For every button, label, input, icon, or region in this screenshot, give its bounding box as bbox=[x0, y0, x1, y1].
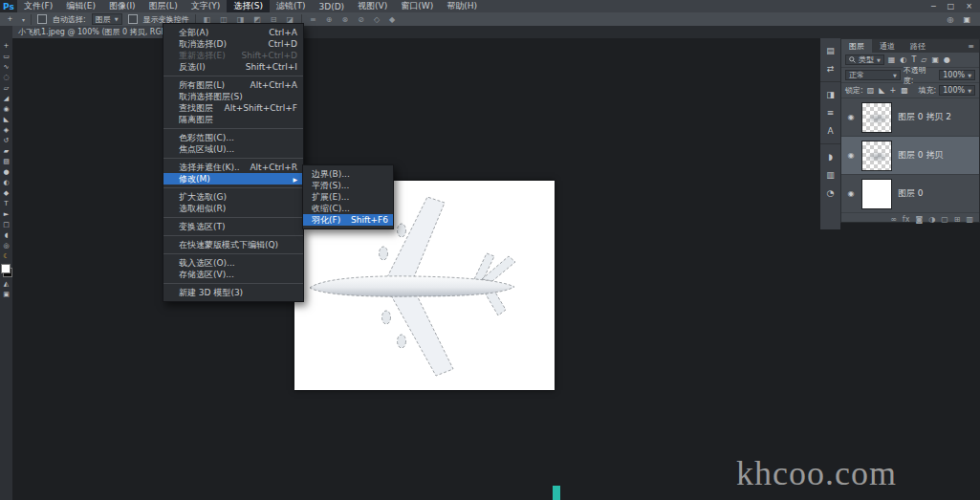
gradient-tool[interactable]: ▨ bbox=[0, 157, 12, 167]
3d-slide-icon[interactable]: ◇ bbox=[372, 15, 381, 24]
dock-icon-styles[interactable]: ≡ bbox=[820, 103, 840, 121]
menu-item[interactable]: 全部(A) Ctrl+A ▶ bbox=[163, 27, 303, 38]
eraser-tool[interactable]: ▰ bbox=[0, 146, 12, 157]
dock-icon-actions[interactable]: ⇄ bbox=[820, 59, 840, 82]
filter-smart-objects-icon[interactable]: ▣ bbox=[930, 55, 940, 64]
workspace-switcher-icon[interactable]: ▣ bbox=[963, 15, 970, 24]
minimize-button[interactable]: ─ bbox=[931, 0, 936, 12]
rectangular-marquee-tool[interactable]: ▭ bbox=[0, 52, 12, 62]
menubar-item[interactable]: 图层(L) bbox=[142, 0, 185, 12]
menubar-item[interactable]: 3D(D) bbox=[312, 0, 351, 12]
pen-tool[interactable]: ◆ bbox=[0, 188, 12, 199]
screen-mode-button[interactable]: ▣ bbox=[0, 290, 12, 300]
filter-shape-layers-icon[interactable]: ▱ bbox=[920, 55, 927, 64]
color-swatches[interactable] bbox=[1, 264, 12, 277]
panel-tab[interactable]: 路径 bbox=[903, 39, 933, 53]
fill-field[interactable]: 100% ▼ bbox=[939, 85, 975, 96]
layer-mask-icon[interactable]: ◙ bbox=[915, 215, 923, 224]
menu-item[interactable]: 所有图层(L) Alt+Ctrl+A ▶ bbox=[163, 76, 303, 91]
menu-item[interactable]: 重新选择(E) Shift+Ctrl+D ▶ bbox=[163, 50, 303, 61]
restore-button[interactable]: □ bbox=[947, 0, 955, 12]
menubar-item[interactable]: 编辑(E) bbox=[59, 0, 102, 12]
filter-type-layers-icon[interactable]: T bbox=[910, 55, 917, 64]
menu-item[interactable]: 存储选区(V)... ▶ bbox=[163, 269, 303, 280]
layer-visibility-eye-icon[interactable]: ◉ bbox=[846, 151, 856, 160]
close-button[interactable]: × bbox=[966, 0, 972, 12]
menu-item[interactable]: 修改(M) ▶ bbox=[163, 173, 303, 185]
menu-item[interactable]: 色彩范围(C)... ▶ bbox=[163, 128, 303, 143]
opacity-field[interactable]: 100% ▼ bbox=[939, 70, 975, 80]
foreground-color-swatch[interactable] bbox=[1, 264, 11, 273]
menu-item[interactable]: 在快速蒙版模式下编辑(Q) ▶ bbox=[163, 235, 303, 250]
menu-item[interactable]: 载入选区(O)... ▶ bbox=[163, 253, 303, 269]
3d-scale-icon[interactable]: ◆ bbox=[387, 15, 397, 24]
panel-menu-icon[interactable]: ≡ bbox=[968, 39, 979, 53]
submenu-item[interactable]: 羽化(F)... Shift+F6 bbox=[303, 214, 393, 226]
clone-stamp-tool[interactable]: ◈ bbox=[0, 125, 12, 136]
3d-drag-icon[interactable]: ⊘ bbox=[356, 15, 366, 24]
layer-thumbnail[interactable] bbox=[861, 141, 892, 171]
layer-effects-icon[interactable]: fx bbox=[903, 215, 910, 224]
layer-row[interactable]: ◉ 图层 0 bbox=[841, 175, 979, 213]
menu-item[interactable]: 选择并遮住(K)... Alt+Ctrl+R ▶ bbox=[163, 158, 303, 173]
dock-icon-adjustments[interactable]: ◨ bbox=[820, 85, 840, 103]
zoom-tool[interactable]: ◎ bbox=[0, 241, 12, 251]
layer-row[interactable]: ◉ 图层 0 拷贝 bbox=[841, 137, 979, 175]
submenu-item[interactable]: 边界(B)... bbox=[303, 168, 393, 180]
lock-all-icon[interactable]: ▩ bbox=[900, 86, 909, 95]
submenu-item[interactable]: 收缩(C)... bbox=[303, 203, 393, 214]
search-icon[interactable]: ◎ bbox=[947, 15, 953, 24]
eyedropper-tool[interactable]: ◢ bbox=[0, 94, 12, 104]
menu-item[interactable]: 新建 3D 模型(3) ▶ bbox=[163, 283, 303, 298]
layer-group-icon[interactable]: ▢ bbox=[941, 215, 948, 224]
lock-position-icon[interactable]: + bbox=[888, 86, 897, 95]
dock-icon-paragraph[interactable]: ◗ bbox=[820, 147, 840, 165]
3d-rotate-icon[interactable]: ⊕ bbox=[324, 15, 335, 24]
menu-item[interactable]: 扩大选取(G) ▶ bbox=[163, 187, 303, 203]
show-transform-controls-checkbox[interactable] bbox=[128, 14, 138, 24]
brush-tool[interactable]: ◣ bbox=[0, 115, 12, 125]
lock-transparent-pixels-icon[interactable]: ▨ bbox=[866, 86, 876, 95]
menu-item[interactable]: 选取相似(R) ▶ bbox=[163, 203, 303, 214]
auto-select-checkbox[interactable] bbox=[37, 14, 47, 24]
panel-tab[interactable]: 通道 bbox=[872, 39, 903, 53]
submenu-item[interactable]: 扩展(E)... bbox=[303, 191, 393, 203]
filter-toggle-icon[interactable]: ● bbox=[943, 55, 951, 64]
menu-item[interactable]: 取消选择(D) Ctrl+D ▶ bbox=[163, 38, 303, 50]
link-layers-icon[interactable]: ∞ bbox=[890, 215, 897, 224]
menu-item[interactable]: 隔离图层 ▶ bbox=[163, 114, 303, 125]
menubar-item[interactable]: 窗口(W) bbox=[394, 0, 440, 12]
menu-item[interactable]: 取消选择图层(S) ▶ bbox=[163, 91, 303, 102]
layer-row[interactable]: ◉ 图层 0 拷贝 2 bbox=[841, 98, 979, 137]
filter-pixel-layers-icon[interactable]: ▦ bbox=[887, 55, 897, 64]
lasso-tool[interactable]: ∿ bbox=[0, 62, 12, 73]
distribute-icon[interactable]: ≡ bbox=[308, 15, 318, 24]
menubar-item[interactable]: 文字(Y) bbox=[185, 0, 228, 12]
edit-toolbar-icon[interactable]: ☾ bbox=[0, 251, 12, 262]
menubar-item[interactable]: 文件(F) bbox=[17, 0, 59, 12]
move-tool-preset-icon[interactable]: + bbox=[4, 14, 16, 25]
lock-image-pixels-icon[interactable]: ◣ bbox=[878, 86, 885, 95]
dock-icon-info[interactable]: ◔ bbox=[820, 184, 840, 202]
menubar-item[interactable]: 滤镜(T) bbox=[270, 0, 313, 12]
blur-tool[interactable]: ● bbox=[0, 167, 12, 178]
menu-item[interactable]: 查找图层 Alt+Shift+Ctrl+F ▶ bbox=[163, 102, 303, 114]
filter-adjustment-layers-icon[interactable]: ◐ bbox=[899, 55, 907, 64]
crop-tool[interactable]: ▱ bbox=[0, 83, 12, 94]
quick-selection-tool[interactable]: ◌ bbox=[0, 73, 12, 83]
layer-visibility-eye-icon[interactable]: ◉ bbox=[846, 189, 856, 198]
spot-healing-brush-tool[interactable]: ◉ bbox=[0, 104, 12, 115]
new-layer-icon[interactable]: ⊞ bbox=[954, 215, 961, 224]
menubar-item[interactable]: 帮助(H) bbox=[440, 0, 484, 12]
dock-icon-character[interactable]: A bbox=[820, 121, 840, 144]
panel-tab[interactable]: 图层 bbox=[841, 39, 872, 53]
path-selection-tool[interactable]: ► bbox=[0, 209, 12, 220]
move-tool[interactable]: + bbox=[0, 41, 12, 52]
type-tool[interactable]: T bbox=[0, 199, 12, 209]
tool-preset-caret-icon[interactable]: ▾ bbox=[22, 16, 25, 23]
layer-filter-dropdown[interactable]: 类型 ▼ bbox=[845, 54, 884, 65]
auto-select-target-dropdown[interactable]: 图层 ▼ bbox=[92, 13, 122, 25]
menubar-item[interactable]: 视图(V) bbox=[351, 0, 394, 12]
delete-layer-icon[interactable]: ▥ bbox=[966, 215, 973, 224]
layer-thumbnail[interactable] bbox=[861, 179, 892, 209]
